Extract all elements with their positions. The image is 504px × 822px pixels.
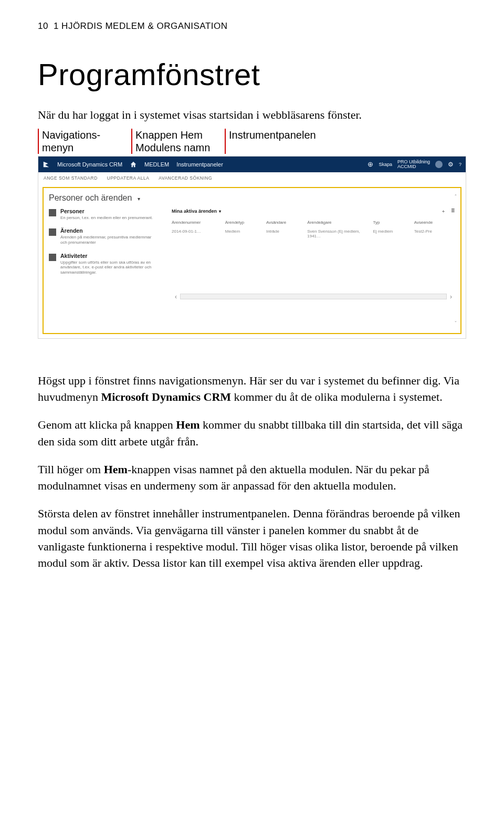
callout-nav-line1: Navigations- bbox=[42, 129, 100, 141]
col-avsandare[interactable]: Avsändare bbox=[266, 220, 307, 225]
skapa-label[interactable]: Skapa bbox=[379, 162, 392, 167]
add-icon[interactable]: ＋ bbox=[441, 208, 446, 215]
col-typ[interactable]: Typ bbox=[373, 220, 414, 225]
paragraph-1: Högst upp i fönstret finns navigationsme… bbox=[38, 372, 466, 405]
chevron-left-icon[interactable]: ‹ bbox=[172, 293, 180, 300]
link-arenden-desc: Ärenden på medlemmar, presumtiva medlemm… bbox=[60, 235, 159, 245]
link-aktiviteter-title: Aktiviteter bbox=[60, 253, 159, 259]
dynamics-logo-icon[interactable] bbox=[43, 161, 50, 168]
crm-screenshot: Microsoft Dynamics CRM MEDLEM Instrument… bbox=[38, 156, 466, 339]
callout-nav-line2: menyn bbox=[42, 142, 74, 153]
intro-paragraph: När du har loggat in i systemet visas st… bbox=[38, 107, 466, 123]
callout-instr-label: Instrumentpanelen bbox=[229, 129, 316, 141]
crm-brand[interactable]: Microsoft Dynamics CRM bbox=[57, 161, 122, 168]
crm-command-bar: ANGE SOM STANDARD UPPDATERA ALLA AVANCER… bbox=[38, 172, 466, 184]
bold-hem-2: Hem bbox=[104, 463, 128, 476]
chevron-down-icon[interactable]: ˇ bbox=[455, 321, 456, 327]
col-avseende[interactable]: Avseende bbox=[414, 220, 455, 225]
chevron-down-icon[interactable]: ▾ bbox=[138, 196, 140, 202]
table-row[interactable]: 2014-09-01-1… Medlem Inträde Sven Svenss… bbox=[172, 227, 455, 241]
link-personer-desc: En person, t.ex. en medlem eller en pren… bbox=[60, 215, 153, 221]
paragraph-4: Största delen av fönstret innehåller ins… bbox=[38, 505, 466, 571]
callout-instrumentpanelen: Instrumentpanelen bbox=[225, 129, 334, 154]
person-icon bbox=[49, 209, 56, 216]
body-copy: Högst upp i fönstret finns navigationsme… bbox=[38, 372, 466, 571]
org-line2: ACCMID bbox=[397, 164, 416, 169]
help-icon[interactable]: ? bbox=[459, 162, 461, 167]
dashboard-title[interactable]: Personer och ärenden ▾ bbox=[49, 193, 455, 203]
case-icon bbox=[49, 228, 56, 236]
bold-dynamics: Microsoft Dynamics CRM bbox=[101, 390, 231, 403]
cell: Test2-Pre bbox=[414, 229, 455, 238]
horizontal-scrollbar[interactable]: ‹ › bbox=[172, 293, 455, 300]
paragraph-3: Till höger om Hem-knappen visas namnet p… bbox=[38, 461, 466, 494]
crm-topbar-right: ⊕ Skapa PRO Utbildning ACCMID ⚙ ? bbox=[368, 160, 461, 169]
gear-icon[interactable]: ⚙ bbox=[448, 161, 454, 168]
page-title: Programfönstret bbox=[38, 57, 466, 92]
vertical-scrollbar[interactable]: ˆ ˇ bbox=[453, 194, 458, 327]
chapter-label: 1 HJÖRDIS MEDLEM & ORGANISATION bbox=[54, 21, 466, 32]
link-personer-title: Personer bbox=[60, 208, 153, 214]
link-personer[interactable]: Personer En person, t.ex. en medlem elle… bbox=[49, 208, 159, 221]
paragraph-2: Genom att klicka på knappen Hem kommer d… bbox=[38, 417, 466, 449]
col-arendeagare[interactable]: Ärendeägare bbox=[307, 220, 373, 225]
cmd-set-default[interactable]: ANGE SOM STANDARD bbox=[44, 175, 98, 181]
plus-icon[interactable]: ⊕ bbox=[368, 160, 373, 168]
quick-links: Personer En person, t.ex. en medlem elle… bbox=[49, 208, 159, 300]
page-number: 10 bbox=[38, 21, 48, 32]
crm-module[interactable]: MEDLEM bbox=[144, 161, 169, 168]
grid-header-row: Ärendenummer Ärendetyp Avsändare Ärendeä… bbox=[172, 218, 455, 227]
crm-page[interactable]: Instrumentpaneler bbox=[176, 161, 223, 168]
link-arenden[interactable]: Ärenden Ärenden på medlemmar, presumtiva… bbox=[49, 227, 159, 245]
scroll-track[interactable] bbox=[180, 294, 447, 299]
callout-navigationsmenyn: Navigations- menyn bbox=[38, 129, 131, 154]
cmd-advanced-find[interactable]: AVANCERAD SÖKNING bbox=[159, 175, 212, 181]
chevron-up-icon[interactable]: ˆ bbox=[455, 194, 456, 200]
activity-icon bbox=[49, 254, 56, 261]
col-arendenummer[interactable]: Ärendenummer bbox=[172, 220, 225, 225]
avatar-icon[interactable] bbox=[435, 161, 443, 168]
dashboard-title-text: Personer och ärenden bbox=[49, 193, 132, 202]
cell: Ej medlem bbox=[373, 229, 414, 238]
running-header: 10 1 HJÖRDIS MEDLEM & ORGANISATION bbox=[38, 21, 466, 32]
cell: Medlem bbox=[225, 229, 266, 238]
callout-hem-line1: Knappen Hem bbox=[135, 129, 203, 141]
cell: Sven Svensson (Ej medlem, 1941… bbox=[307, 229, 373, 238]
home-icon[interactable] bbox=[130, 161, 137, 168]
grid-section-title[interactable]: Mina aktiva ärenden bbox=[172, 209, 217, 214]
link-arenden-title: Ärenden bbox=[60, 227, 159, 234]
link-aktiviteter[interactable]: Aktiviteter Uppgifter som utförts eller … bbox=[49, 253, 159, 275]
org-block: PRO Utbildning ACCMID bbox=[397, 160, 430, 169]
col-arendetyp[interactable]: Ärendetyp bbox=[225, 220, 266, 225]
callout-hem-line2: Modulens namn bbox=[135, 142, 210, 153]
callout-row: Navigations- menyn Knappen Hem Modulens … bbox=[38, 129, 466, 154]
dashboard-panel: Personer och ärenden ▾ Personer En perso… bbox=[43, 187, 461, 334]
cell: Inträde bbox=[266, 229, 307, 238]
grid-area: Mina aktiva ärenden ▾ ＋ ≣ Ärendenummer Ä… bbox=[172, 208, 455, 300]
chevron-down-icon[interactable]: ▾ bbox=[219, 209, 221, 214]
crm-topbar: Microsoft Dynamics CRM MEDLEM Instrument… bbox=[38, 157, 466, 172]
bold-hem: Hem bbox=[176, 418, 200, 431]
callout-hem: Knappen Hem Modulens namn bbox=[131, 129, 219, 154]
cell: 2014-09-01-1… bbox=[172, 229, 225, 238]
link-aktiviteter-desc: Uppgifter som utförts eller som ska utfö… bbox=[60, 260, 159, 275]
cmd-refresh-all[interactable]: UPPDATERA ALLA bbox=[107, 175, 150, 181]
